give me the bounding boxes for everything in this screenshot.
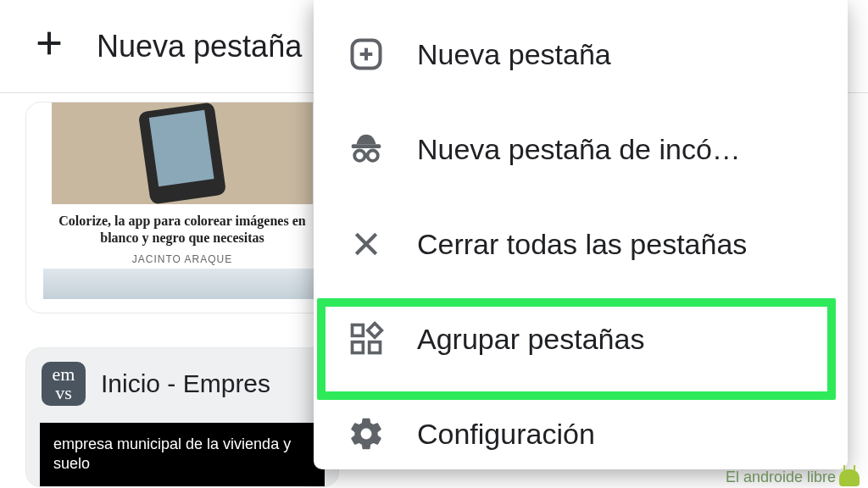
article-title: Colorize, la app para colorear imágenes … bbox=[38, 213, 326, 247]
plus-icon[interactable] bbox=[32, 26, 66, 67]
svg-rect-12 bbox=[370, 342, 381, 353]
gear-icon bbox=[346, 413, 387, 454]
card-page-title: Inicio - Empres bbox=[101, 369, 270, 398]
card-black-banner: empresa municipal de la vivienda y suelo bbox=[40, 423, 325, 486]
android-icon bbox=[839, 469, 860, 486]
menu-label: Cerrar todas las pestañas bbox=[417, 228, 747, 261]
menu-incognito[interactable]: Nueva pestaña de incó… bbox=[314, 102, 848, 197]
group-tabs-icon bbox=[346, 319, 387, 359]
close-icon bbox=[346, 224, 387, 264]
tab-card[interactable]: Colorize, la app para colorear imágenes … bbox=[25, 102, 339, 313]
tab-card[interactable]: em vs Inicio - Empres empresa municipal … bbox=[25, 347, 339, 487]
menu-new-tab[interactable]: Nueva pestaña bbox=[314, 7, 848, 102]
menu-label: Nueva pestaña de incó… bbox=[417, 133, 741, 166]
svg-point-7 bbox=[368, 151, 378, 161]
article-author: JACINTO ARAQUE bbox=[38, 253, 326, 265]
card-article-text: Colorize, la app para colorear imágenes … bbox=[26, 204, 338, 269]
watermark: El androide libre bbox=[726, 469, 860, 486]
card-bottom-image bbox=[43, 269, 321, 299]
svg-marker-13 bbox=[368, 324, 382, 338]
svg-rect-11 bbox=[353, 342, 364, 353]
menu-close-all[interactable]: Cerrar todas las pestañas bbox=[314, 197, 848, 291]
favicon: em vs bbox=[42, 362, 86, 406]
menu-group-tabs[interactable]: Agrupar pestañas bbox=[314, 291, 848, 386]
incognito-icon bbox=[346, 129, 387, 169]
menu-settings[interactable]: Configuración bbox=[314, 386, 848, 469]
tab-menu: Nueva pestaña Nueva pestaña de incó… Cer… bbox=[314, 0, 848, 469]
topbar-title: Nueva pestaña bbox=[97, 29, 302, 64]
menu-label: Configuración bbox=[417, 418, 595, 451]
svg-rect-10 bbox=[353, 325, 364, 336]
plus-box-icon bbox=[346, 34, 387, 75]
svg-rect-5 bbox=[352, 144, 381, 148]
menu-label: Agrupar pestañas bbox=[417, 323, 644, 356]
card-thumbnail bbox=[52, 103, 313, 204]
menu-label: Nueva pestaña bbox=[417, 38, 611, 71]
svg-point-6 bbox=[354, 151, 364, 161]
